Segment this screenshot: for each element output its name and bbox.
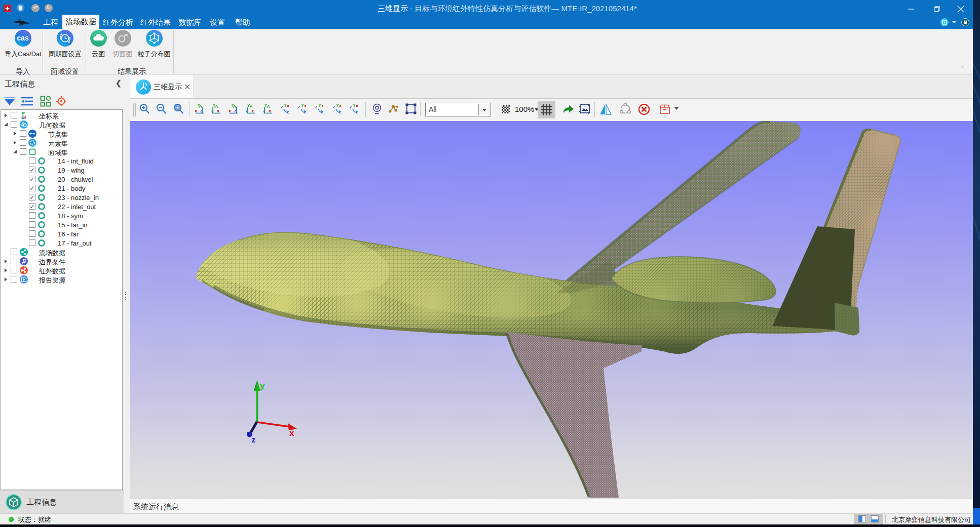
- svg-text:x: x: [289, 428, 294, 438]
- svg-text:x: x: [24, 115, 26, 118]
- svg-text:z: z: [22, 114, 24, 118]
- svg-text:Y: Y: [23, 111, 25, 115]
- svg-text:z: z: [251, 435, 256, 444]
- svg-text:y: y: [260, 381, 265, 391]
